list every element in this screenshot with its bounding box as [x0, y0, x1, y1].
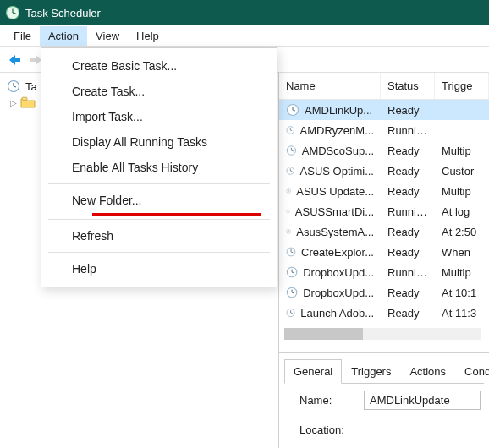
task-status-cell: Running [381, 204, 435, 220]
task-trigger-cell: At 11:3 [435, 305, 489, 321]
column-header-status[interactable]: Status [381, 73, 435, 99]
task-name-cell: DropboxUpd... [279, 284, 381, 301]
table-row[interactable]: Launch Adob...ReadyAt 11:3 [279, 303, 489, 323]
clock-icon [286, 286, 298, 299]
titlebar: Task Scheduler [0, 0, 489, 25]
highlight-underline [92, 213, 261, 216]
folder-icon [20, 96, 36, 108]
clock-icon [286, 123, 295, 137]
tab-conditions[interactable]: Condi [455, 359, 489, 384]
menu-refresh[interactable]: Refresh [41, 223, 277, 249]
task-name-cell: CreateExplor... [279, 243, 381, 260]
scrollbar-thumb[interactable] [284, 328, 363, 340]
back-button[interactable] [5, 51, 24, 69]
task-trigger-cell [435, 128, 489, 132]
column-header-trigger[interactable]: Trigge [435, 73, 489, 99]
detail-name-value[interactable]: AMDLinkUpdate [364, 391, 481, 410]
task-status-cell: Ready [381, 244, 435, 260]
tab-actions[interactable]: Actions [400, 359, 455, 384]
task-name-cell: ASUS Optimi... [279, 162, 381, 179]
task-name-cell: AsusSystemA... [279, 223, 381, 240]
menu-help[interactable]: Help [128, 26, 168, 46]
task-status-cell: Ready [381, 285, 435, 301]
menu-import-task[interactable]: Import Task... [41, 104, 277, 129]
menu-create-task[interactable]: Create Task... [41, 79, 277, 104]
column-header-name[interactable]: Name [279, 73, 381, 99]
task-status-cell: Ready [381, 305, 435, 321]
tree-expand-icon[interactable]: ▷ [10, 98, 17, 107]
action-menu: Create Basic Task... Create Task... Impo… [41, 47, 277, 287]
table-row[interactable]: CreateExplor...ReadyWhen [279, 242, 489, 262]
table-row[interactable]: AMDLinkUp...Ready [279, 100, 489, 120]
detail-name-label: Name: [288, 394, 355, 407]
menu-view[interactable]: View [87, 26, 128, 46]
right-pane: Name Status Trigge AMDLinkUp...ReadyAMDR… [279, 73, 489, 448]
task-trigger-cell: Multip [435, 265, 489, 281]
app-clock-icon [5, 5, 20, 20]
menu-action[interactable]: Action [40, 26, 87, 46]
clock-icon [286, 184, 291, 198]
detail-location-value[interactable] [364, 428, 481, 433]
menu-help-item[interactable]: Help [41, 256, 277, 281]
horizontal-scrollbar[interactable] [284, 328, 481, 340]
clock-icon [286, 245, 296, 259]
task-status-cell: Ready [381, 183, 435, 199]
table-row[interactable]: AsusSystemA...ReadyAt 2:50 [279, 221, 489, 242]
svg-rect-8 [22, 97, 27, 100]
svg-rect-4 [30, 58, 37, 62]
task-trigger-cell: At log [435, 204, 489, 220]
table-row[interactable]: ASUS Update...ReadyMultip [279, 181, 489, 201]
task-name-cell: Launch Adob... [279, 304, 381, 321]
menu-display-running-tasks[interactable]: Display All Running Tasks [41, 129, 277, 155]
task-status-cell: Ready [381, 163, 435, 179]
task-name-cell: ASUSSmartDi... [279, 203, 381, 220]
tab-general[interactable]: General [284, 359, 342, 384]
task-name-cell: ASUS Update... [279, 183, 381, 199]
tab-triggers[interactable]: Triggers [342, 359, 400, 384]
task-name-cell: AMDRyzenM... [279, 122, 381, 139]
table-row[interactable]: DropboxUpd...ReadyAt 10:1 [279, 282, 489, 303]
task-list-header: Name Status Trigge [279, 73, 489, 100]
clock-icon [286, 205, 290, 218]
menu-separator [48, 252, 270, 253]
task-trigger-cell: Custor [435, 163, 489, 179]
clock-icon [286, 265, 298, 279]
back-arrow-icon [7, 53, 22, 67]
tree-root-label: Ta [25, 80, 37, 93]
clock-icon [7, 79, 20, 93]
task-trigger-cell: At 2:50 [435, 224, 489, 240]
table-row[interactable]: AMDRyzenM...Running [279, 120, 489, 140]
menu-enable-tasks-history[interactable]: Enable All Tasks History [41, 155, 277, 180]
task-trigger-cell: At 10:1 [435, 285, 489, 301]
detail-location-label: Location: [288, 423, 355, 436]
svg-line-2 [13, 13, 16, 14]
task-name-cell: DropboxUpd... [279, 264, 381, 281]
task-status-cell: Running [381, 265, 435, 281]
task-trigger-cell: Multip [435, 143, 489, 159]
task-trigger-cell [435, 108, 489, 112]
clock-icon [286, 103, 299, 117]
task-list-body: AMDLinkUp...ReadyAMDRyzenM...RunningAMDS… [279, 100, 489, 323]
task-trigger-cell: Multip [435, 183, 489, 199]
detail-tabs: General Triggers Actions Condi [284, 358, 484, 384]
clock-icon [286, 225, 291, 238]
menu-file[interactable]: File [5, 26, 40, 46]
task-trigger-cell: When [435, 244, 489, 260]
menu-new-folder[interactable]: New Folder... [41, 188, 277, 213]
table-row[interactable]: ASUSSmartDi...RunningAt log [279, 201, 489, 221]
app-title: Task Scheduler [25, 7, 101, 19]
clock-icon [286, 306, 295, 320]
clock-icon [286, 144, 297, 157]
svg-rect-3 [14, 58, 20, 62]
table-row[interactable]: DropboxUpd...RunningMultip [279, 262, 489, 282]
table-row[interactable]: ASUS Optimi...ReadyCustor [279, 161, 489, 181]
menu-separator [48, 183, 270, 184]
clock-icon [286, 164, 295, 178]
menu-create-basic-task[interactable]: Create Basic Task... [41, 53, 277, 79]
menu-separator [48, 219, 270, 220]
task-status-cell: Running [381, 123, 435, 139]
task-name-cell: AMDLinkUp... [279, 101, 381, 118]
task-status-cell: Ready [381, 143, 435, 159]
task-status-cell: Ready [381, 102, 435, 118]
table-row[interactable]: AMDScoSup...ReadyMultip [279, 140, 489, 161]
